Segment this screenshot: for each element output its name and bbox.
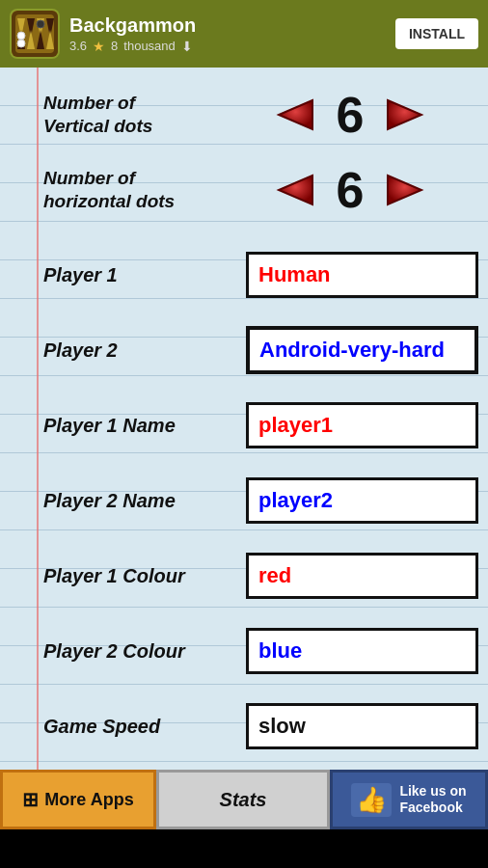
more-apps-button[interactable]: ⊞ More Apps	[0, 770, 156, 829]
top-bar: Backgammon 3.6 ★ 8 thousand ⬇ INSTALL	[0, 0, 488, 68]
vertical-dots-label: Number ofVertical dots	[43, 92, 260, 138]
settings-container: Player 1HumanPlayer 2Android-very-hardPl…	[0, 228, 488, 773]
setting-label-3: Player 2 Name	[43, 489, 236, 513]
setting-row-6: Game Speedslow	[43, 689, 478, 764]
setting-label-0: Player 1	[43, 263, 236, 287]
setting-value-0[interactable]: Human	[246, 252, 478, 298]
setting-row-2: Player 1 Nameplayer1	[43, 388, 478, 463]
app-title: Backgammon	[69, 14, 386, 37]
app-info: Backgammon 3.6 ★ 8 thousand ⬇	[69, 14, 386, 54]
setting-row-3: Player 2 Nameplayer2	[43, 463, 478, 538]
star-icon: ★	[93, 39, 105, 54]
vertical-dots-decrease-button[interactable]	[268, 90, 318, 140]
setting-row-0: Player 1Human	[43, 237, 478, 312]
download-icon: ⬇	[181, 39, 193, 54]
setting-label-6: Game Speed	[43, 715, 236, 739]
bottom-bar: ⊞ More Apps Stats 👍 Like us onFacebook	[0, 770, 488, 829]
app-icon-inner	[12, 11, 58, 57]
facebook-button[interactable]: 👍 Like us onFacebook	[330, 770, 488, 829]
stats-button[interactable]: Stats	[156, 770, 330, 829]
setting-label-4: Player 1 Colour	[43, 564, 236, 588]
svg-marker-15	[279, 176, 312, 204]
svg-marker-13	[279, 100, 312, 129]
facebook-label: Like us onFacebook	[399, 783, 466, 816]
svg-point-12	[37, 20, 44, 28]
vertical-dots-increase-button[interactable]	[382, 90, 432, 140]
dots-section: Number ofVertical dots 6	[0, 68, 488, 228]
vertical-dots-row: Number ofVertical dots 6	[43, 77, 478, 152]
setting-value-3[interactable]: player2	[246, 477, 478, 524]
svg-point-10	[17, 40, 25, 47]
horizontal-dots-value: 6	[326, 161, 374, 219]
install-button[interactable]: INSTALL	[395, 18, 478, 49]
setting-row-4: Player 1 Colourred	[43, 538, 478, 613]
app-icon	[10, 9, 60, 59]
setting-value-6[interactable]: slow	[246, 703, 478, 749]
setting-value-1[interactable]: Android-very-hard	[246, 326, 478, 374]
downloads-value: 8	[111, 39, 118, 53]
setting-row-1: Player 2Android-very-hard	[43, 312, 478, 388]
rating-value: 3.6	[69, 39, 87, 53]
svg-marker-16	[388, 176, 421, 204]
setting-label-5: Player 2 Colour	[43, 639, 236, 664]
horizontal-dots-increase-button[interactable]	[382, 165, 432, 215]
horizontal-dots-label: Number ofhorizontal dots	[43, 167, 260, 213]
horizontal-dots-decrease-button[interactable]	[268, 165, 318, 215]
svg-marker-14	[388, 100, 421, 129]
more-apps-icon: ⊞	[22, 788, 39, 811]
horizontal-dots-row: Number ofhorizontal dots 6	[43, 152, 478, 228]
setting-value-4[interactable]: red	[246, 553, 478, 599]
vertical-dots-value: 6	[326, 86, 374, 144]
stats-label: Stats	[220, 789, 267, 811]
app-meta: 3.6 ★ 8 thousand ⬇	[69, 39, 386, 54]
more-apps-label: More Apps	[44, 790, 133, 810]
downloads-unit: thousand	[123, 39, 176, 53]
setting-label-1: Player 2	[43, 339, 236, 363]
facebook-thumbs-icon: 👍	[351, 783, 392, 817]
setting-value-5[interactable]: blue	[246, 628, 478, 674]
main-content: Number ofVertical dots 6	[0, 68, 488, 829]
setting-value-2[interactable]: player1	[246, 402, 478, 448]
setting-label-2: Player 1 Name	[43, 414, 236, 438]
setting-row-5: Player 2 Colourblue	[43, 613, 478, 689]
svg-point-11	[17, 32, 25, 40]
